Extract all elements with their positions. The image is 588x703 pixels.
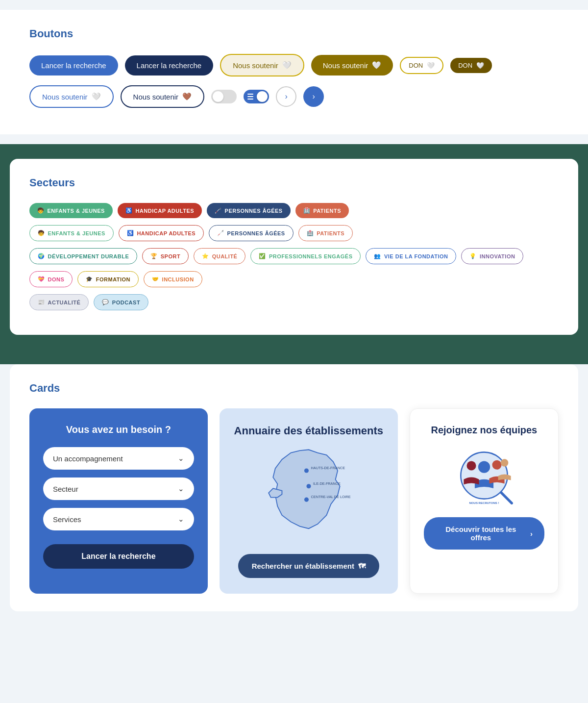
heart-icon: 🤍 — [92, 92, 101, 101]
pro-icon: ✅ — [259, 253, 266, 259]
svg-point-0 — [304, 468, 309, 473]
launch-search-btn-1[interactable]: Lancer la recherche — [29, 55, 118, 75]
tag-enfants-1[interactable]: 🧒 ENFANTS & JEUNES — [29, 203, 113, 218]
toggle-on[interactable] — [244, 90, 269, 103]
toggle-lines — [247, 94, 253, 100]
search-card: Vous avez un besoin ? Un accompagnement … — [29, 408, 208, 594]
discover-offers-btn[interactable]: Découvrir toutes les offres › — [424, 517, 544, 550]
map-search-btn[interactable]: Rechercher un établissement 🗺 — [238, 554, 379, 578]
nous-soutenir-btn-4[interactable]: Nous soutenir 🤍 — [311, 55, 393, 75]
svg-text:HAUTS-DE-FRANCE: HAUTS-DE-FRANCE — [311, 466, 345, 470]
nous-soutenir-btn-5[interactable]: Nous soutenir 🤍 — [29, 85, 114, 108]
elderly-icon-2: 🦯 — [217, 230, 224, 236]
svg-text:CENTRE-VAL DE LOIRE: CENTRE-VAL DE LOIRE — [311, 495, 350, 499]
card-search-btn[interactable]: Lancer la recherche — [43, 544, 194, 569]
tag-dons[interactable]: 💝 DONS — [29, 271, 73, 287]
podcast-icon: 💬 — [102, 299, 109, 305]
svg-point-2 — [306, 484, 311, 488]
cards-title: Cards — [29, 382, 559, 395]
search-card-title: Vous avez un besoin ? — [43, 424, 194, 435]
svg-point-8 — [478, 461, 490, 473]
launch-search-btn-2[interactable]: Lancer la recherche — [125, 55, 214, 75]
handicap-icon-2: ♿ — [127, 230, 134, 236]
formation-icon: 🎓 — [86, 276, 93, 282]
map-card-title: Annuaire des établissements — [234, 424, 383, 438]
patient-icon-2: 🏥 — [307, 230, 314, 236]
tag-pro-engages[interactable]: ✅ PROFESSIONNELS ENGAGÉS — [250, 248, 361, 264]
svg-text:ILE-DE-FRANCE: ILE-DE-FRANCE — [313, 481, 341, 486]
toggle-knob-off — [213, 91, 223, 102]
toggle-off[interactable] — [211, 90, 237, 103]
news-icon: 📰 — [38, 299, 45, 305]
tag-vie-fondation[interactable]: 👥 VIE DE LA FONDATION — [366, 248, 456, 264]
chevron-down-icon-3: ⌄ — [178, 515, 184, 524]
chevron-right-icon: › — [285, 92, 287, 101]
tag-handicap-2[interactable]: ♿ HANDICAP ADULTES — [119, 225, 204, 241]
heart-icon: 🤍 — [427, 62, 435, 69]
tag-handicap-1[interactable]: ♿ HANDICAP ADULTES — [118, 203, 202, 218]
recruitment-illustration: NOUS RECRUTONS ! — [445, 444, 523, 507]
recruitment-card: Rejoignez nos équipes — [410, 408, 559, 594]
children-icon: 🧒 — [37, 207, 45, 214]
elderly-icon: 🦯 — [215, 207, 222, 214]
tag-qualite[interactable]: ⭐ QUALITÉ — [194, 248, 245, 264]
circle-btn-right-outline[interactable]: › — [276, 86, 296, 107]
tag-patients-1[interactable]: 🏥 PATIENTS — [295, 203, 349, 218]
services-select[interactable]: Services ⌄ — [43, 508, 194, 530]
sport-icon: 🏆 — [150, 253, 158, 259]
tag-formation[interactable]: 🎓 FORMATION — [77, 271, 139, 287]
tag-patients-2[interactable]: 🏥 PATIENTS — [298, 225, 353, 241]
map-icon: 🗺 — [358, 562, 366, 570]
circle-btn-right-blue[interactable]: › — [303, 86, 324, 107]
toggle-knob-on — [257, 91, 268, 102]
tag-dev-durable[interactable]: 🌍 DÉVELOPPEMENT DURABLE — [29, 248, 137, 264]
svg-point-9 — [466, 461, 476, 471]
tag-personnes-1[interactable]: 🦯 PERSONNES ÂGÉES — [207, 203, 291, 218]
tag-enfants-2[interactable]: 🧒 ENFANTS & JEUNES — [29, 225, 114, 241]
buttons-title: Boutons — [29, 27, 559, 40]
nous-soutenir-btn-3[interactable]: Nous soutenir 🤍 — [220, 54, 304, 76]
recruitment-card-title: Rejoignez nos équipes — [431, 425, 538, 436]
quality-icon: ⭐ — [202, 253, 209, 259]
tag-podcast[interactable]: 💬 PODCAST — [94, 294, 148, 310]
tag-personnes-2[interactable]: 🦯 PERSONNES ÂGÉES — [209, 225, 294, 241]
france-map-svg: HAUTS-DE-FRANCE ILE-DE-FRANCE CENTRE-VAL… — [260, 446, 358, 544]
svg-point-4 — [304, 497, 309, 502]
chevron-right-icon-blue: › — [312, 92, 315, 101]
dons-icon: 💝 — [38, 276, 45, 282]
fondation-icon: 👥 — [374, 253, 381, 259]
secteurs-title: Secteurs — [29, 176, 559, 189]
accompagnement-select[interactable]: Un accompagnement ⌄ — [43, 447, 194, 470]
secteur-select[interactable]: Secteur ⌄ — [43, 477, 194, 500]
children-icon-2: 🧒 — [38, 230, 45, 236]
svg-point-10 — [492, 460, 501, 470]
patient-icon: 🏥 — [303, 207, 311, 214]
map-card: Annuaire des établissements HAUTS-DE-FRA… — [220, 408, 398, 594]
chevron-right-icon-discover: › — [530, 529, 533, 538]
heart-icon: 🤍 — [282, 61, 292, 70]
heart-icon-dark: 🤎 — [182, 92, 192, 101]
svg-text:NOUS RECRUTONS !: NOUS RECRUTONS ! — [469, 502, 499, 504]
nous-soutenir-btn-6[interactable]: Nous soutenir 🤎 — [121, 85, 205, 108]
tag-actualite[interactable]: 📰 ACTUALITÉ — [29, 294, 89, 310]
tag-inclusion[interactable]: 🤝 INCLUSION — [144, 271, 202, 287]
svg-point-11 — [501, 459, 509, 467]
tag-innovation[interactable]: 💡 INNOVATION — [461, 248, 523, 264]
don-btn-1[interactable]: DON 🤍 — [400, 57, 443, 74]
chevron-down-icon: ⌄ — [178, 454, 184, 463]
heart-icon: 🤍 — [476, 62, 484, 69]
tag-sport[interactable]: 🏆 SPORT — [142, 248, 189, 264]
chevron-down-icon-2: ⌄ — [178, 484, 184, 493]
handicap-icon: ♿ — [125, 207, 133, 214]
svg-line-7 — [501, 493, 512, 503]
don-btn-2[interactable]: DON 🤍 — [450, 58, 492, 73]
inclusion-icon: 🤝 — [152, 276, 159, 282]
heart-icon: 🤍 — [372, 61, 381, 70]
innovation-icon: 💡 — [469, 253, 477, 259]
eco-icon: 🌍 — [38, 253, 45, 259]
